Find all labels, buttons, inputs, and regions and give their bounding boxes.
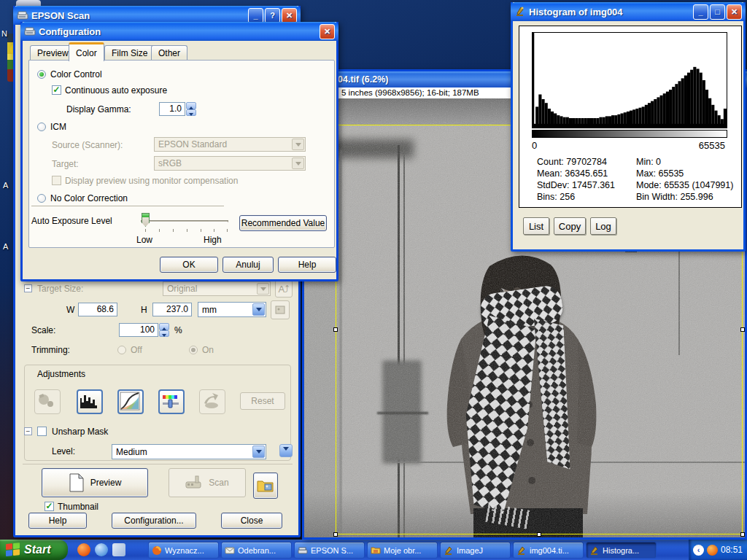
source-select: EPSON Standard <box>154 137 306 152</box>
epson-help-button[interactable]: Help <box>28 513 87 529</box>
firefox-quicklaunch-icon[interactable] <box>77 543 90 556</box>
resize-grip[interactable] <box>287 524 297 534</box>
task-moje-obrazy[interactable]: Moje obr... <box>367 542 438 559</box>
continuous-auto-checkbox[interactable]: ✓ <box>52 85 61 95</box>
desktop-icon-label[interactable]: N <box>1 29 7 38</box>
epson-window-title: EPSON Scan <box>31 10 247 21</box>
minimize-button[interactable]: _ <box>248 8 263 23</box>
close-icon[interactable]: ✕ <box>727 4 742 20</box>
unsharp-checkbox[interactable] <box>37 427 47 436</box>
task-wyznacz[interactable]: Wyznacz... <box>148 542 219 559</box>
cancel-button[interactable]: Anuluj <box>222 257 274 273</box>
scan-label: Scan <box>209 478 228 488</box>
minimize-button[interactable]: _ <box>693 4 708 20</box>
tray-chevron-icon[interactable]: ‹ <box>693 545 704 556</box>
firefox-icon <box>152 545 162 556</box>
icm-radio[interactable] <box>37 122 46 131</box>
histogram-titlebar[interactable]: Histogram of img004 _ □ ✕ <box>511 2 746 21</box>
level-select[interactable]: Medium <box>112 444 266 459</box>
tab-other-label: Other <box>158 48 180 58</box>
close-icon[interactable]: ✕ <box>282 8 297 23</box>
display-gamma-spinner[interactable] <box>186 102 196 116</box>
log-button[interactable]: Log <box>590 217 616 235</box>
tray-app-icon[interactable] <box>707 545 718 556</box>
histogram-adjust-button[interactable] <box>77 389 103 414</box>
ok-button[interactable]: OK <box>160 257 218 273</box>
messenger-quicklaunch-icon[interactable] <box>95 543 108 556</box>
desktop-icon-label[interactable]: A <box>3 242 8 251</box>
slider-low-label: Low <box>136 235 152 245</box>
maximize-button[interactable]: □ <box>710 4 725 20</box>
help-button[interactable]: ? <box>265 8 280 23</box>
configuration-button[interactable]: Configuration... <box>112 513 196 529</box>
explorer-quicklaunch-icon[interactable] <box>112 543 125 556</box>
histogram-gradient-strip <box>532 130 727 138</box>
task-label: EPSON S... <box>311 546 353 555</box>
chevron-down-icon <box>252 446 265 458</box>
trimming-on-radio <box>189 346 198 354</box>
list-label: List <box>529 221 543 232</box>
tab-color[interactable]: Color <box>69 42 104 61</box>
slider-tick <box>201 229 201 232</box>
unsharp-expander[interactable]: − <box>24 427 32 435</box>
slider-tick <box>227 229 228 232</box>
scanner-icon <box>298 545 308 556</box>
config-help-button[interactable]: Help <box>278 257 336 273</box>
histogram-bars <box>533 33 727 128</box>
scroll-down-button[interactable] <box>279 444 293 457</box>
start-button[interactable]: Start <box>0 540 68 560</box>
roi-handle-w[interactable] <box>333 327 338 332</box>
epson-close-button[interactable]: Close <box>221 513 282 529</box>
microscope-icon <box>589 545 600 556</box>
color-control-radio[interactable] <box>37 70 46 79</box>
target-size-select: Original <box>163 281 271 296</box>
unit-select[interactable]: mm <box>198 302 266 317</box>
no-color-radio[interactable] <box>37 194 46 203</box>
image-adjustment-button[interactable] <box>158 389 185 414</box>
task-epson-scan[interactable]: EPSON S... <box>294 542 365 559</box>
copy-button[interactable]: Copy <box>554 217 586 235</box>
recommended-value-button[interactable]: Recommended Value <box>239 215 327 231</box>
scanner-icon <box>24 26 36 37</box>
list-button[interactable]: List <box>523 217 549 235</box>
tab-film-size[interactable]: Film Size <box>104 45 155 61</box>
roi-handle-sw[interactable] <box>333 532 338 537</box>
tab-other[interactable]: Other <box>151 45 187 61</box>
task-label: img004.ti... <box>530 546 569 555</box>
height-field[interactable]: 237.0 <box>152 303 192 316</box>
tone-correction-button[interactable] <box>117 389 144 414</box>
task-label: ImageJ <box>457 546 483 555</box>
desktop-icon-label[interactable]: A <box>3 181 8 190</box>
histogram-window: Histogram of img004 _ □ ✕ 0 65535 Count:… <box>511 2 746 252</box>
width-field[interactable]: 68.6 <box>78 303 117 316</box>
log-label: Log <box>595 221 611 232</box>
configuration-label: Configuration... <box>124 516 183 526</box>
auto-exposure-slider-track[interactable] <box>141 220 228 222</box>
task-histogram[interactable]: Histogra... <box>586 542 657 559</box>
roi-handle-se[interactable] <box>740 532 745 537</box>
configuration-titlebar[interactable]: Configuration ✕ <box>20 22 338 41</box>
preview-label: Preview <box>90 478 122 488</box>
task-label: Histogra... <box>603 546 639 555</box>
target-size-expander[interactable]: − <box>24 284 32 292</box>
thumbnail-checkbox[interactable]: ✓ <box>44 502 54 511</box>
task-imagej[interactable]: ImageJ <box>440 542 511 559</box>
auto-exposure-icon <box>35 390 58 412</box>
display-gamma-field[interactable]: 1.0 <box>159 102 185 116</box>
level-value: Medium <box>116 447 147 457</box>
target-size-label: Target Size: <box>37 284 83 294</box>
chevron-down-icon <box>292 158 304 169</box>
file-save-settings-button[interactable] <box>253 472 278 499</box>
stat-max: Max: 65535 <box>636 168 684 179</box>
roi-handle-s[interactable] <box>537 532 541 537</box>
preview-button[interactable]: Preview <box>42 468 148 497</box>
continuous-auto-label: Continuous auto exposure <box>65 85 167 96</box>
adjustments-header: Adjustments <box>34 369 88 379</box>
roi-handle-e[interactable] <box>740 327 745 332</box>
task-odebrane[interactable]: Odebran... <box>221 542 292 559</box>
picture-icon <box>274 304 286 316</box>
close-icon[interactable]: ✕ <box>320 24 335 39</box>
scale-field[interactable]: 100 <box>119 323 158 337</box>
scale-spinner[interactable] <box>159 323 169 337</box>
task-img004[interactable]: img004.ti... <box>513 542 584 559</box>
